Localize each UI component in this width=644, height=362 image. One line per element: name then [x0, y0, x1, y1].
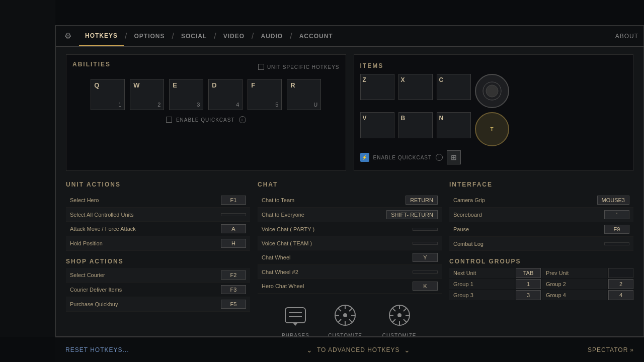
item-slot-empty1[interactable] — [475, 74, 509, 108]
action-row-select-hero: Select Hero F1 — [66, 193, 250, 208]
interface-title: INTERFACE — [449, 181, 633, 188]
ability-key-r: R — [290, 81, 295, 89]
nav-video[interactable]: VIDEO — [217, 26, 251, 46]
key-purchase-quickbuy[interactable]: F5 — [221, 300, 246, 309]
group-row-1-2: Group 1 1 Group 2 2 — [449, 279, 633, 289]
customize-chat-wheels-item[interactable]: CUSTOMIZE CHAT WHEELS — [325, 301, 366, 336]
ability-num-u: U — [313, 102, 317, 108]
label-hero-chat-wheel: Hero Chat Wheel — [262, 283, 304, 289]
ability-slot-5[interactable]: F 5 — [248, 79, 282, 110]
action-row-pause: Pause F9 — [449, 222, 633, 237]
chat-row-to-team: Chat to Team RETURN — [258, 193, 442, 208]
key-pause[interactable]: F9 — [604, 225, 629, 234]
items-row-1: Z X C — [360, 74, 509, 108]
nav-account[interactable]: ACCOUNT — [293, 26, 339, 46]
abilities-title: ABILITIES — [72, 61, 111, 68]
ability-num-4: 4 — [236, 102, 239, 108]
nav-about[interactable]: ABOUT — [615, 33, 638, 40]
svg-line-22 — [392, 308, 395, 311]
abilities-quickcast-info[interactable]: i — [239, 116, 246, 123]
svg-rect-2 — [285, 308, 305, 323]
label-camera-grip: Camera Grip — [453, 197, 485, 203]
key-camera-grip[interactable]: MOUSE3 — [597, 196, 629, 205]
spectator-button[interactable]: SPECTATOR » — [588, 346, 634, 353]
items-quickcast-info[interactable]: i — [436, 154, 443, 161]
nav-audio[interactable]: AUDIO — [255, 26, 289, 46]
item-slot-n[interactable]: N — [437, 112, 471, 138]
content-area: ABILITIES UNIT SPECIFIC HOTKEYS Q 1 W 2 — [56, 47, 643, 336]
nav-social[interactable]: SOCIAL — [175, 26, 213, 46]
group3-key[interactable]: 3 — [516, 290, 541, 300]
items-row-2: V B N T — [360, 112, 509, 146]
group2-key[interactable]: 2 — [608, 279, 633, 289]
group1-key[interactable]: 1 — [516, 279, 541, 289]
group-row-3-4: Group 3 3 Group 4 4 — [449, 290, 633, 300]
ability-slot-3[interactable]: E 3 — [169, 79, 203, 110]
key-select-all[interactable] — [221, 213, 246, 216]
label-chat-wheel-2: Chat Wheel #2 — [262, 269, 298, 275]
items-title: ITEMS — [360, 62, 384, 69]
action-row-select-all: Select All Controlled Units — [66, 208, 250, 222]
item-slot-t[interactable]: T — [475, 112, 509, 146]
unit-specific-hotkeys: UNIT SPECIFIC HOTKEYS — [258, 64, 340, 70]
phrases-icon-item[interactable]: PHRASES — [282, 301, 309, 336]
advanced-hotkeys-button[interactable]: ⌄ TO ADVANCED HOTKEYS ⌄ — [306, 346, 411, 354]
group4-key[interactable]: 4 — [608, 290, 633, 300]
ability-key-w: W — [133, 81, 139, 89]
ability-key-f: F — [251, 81, 255, 89]
item-slot-z[interactable]: Z — [360, 74, 394, 100]
item-key-t: T — [490, 127, 493, 132]
customize-ping-wheel-item[interactable]: CUSTOMIZE PING WHEEL — [381, 301, 418, 336]
abilities-quickcast-label: ENABLE QUICKCAST — [176, 117, 235, 123]
nav-hotkeys[interactable]: HOTKEYS — [79, 26, 124, 46]
key-chat-to-team[interactable]: RETURN — [406, 196, 438, 205]
key-attack-move[interactable]: A — [221, 224, 246, 233]
item-slot-c[interactable]: C — [437, 74, 471, 100]
gear-icon[interactable]: ⚙ — [61, 29, 75, 43]
ability-num-5: 5 — [275, 102, 278, 108]
item-slot-x[interactable]: X — [398, 74, 433, 100]
key-chat-to-everyone[interactable]: SHIFT- RETURN — [386, 210, 438, 219]
items-quickcast-settings[interactable]: ⊞ — [447, 150, 461, 164]
phrases-label: PHRASES — [282, 333, 309, 336]
ability-slot-1[interactable]: Q 1 — [91, 79, 125, 110]
chat-title: CHAT — [258, 181, 442, 188]
key-chat-wheel-2[interactable] — [413, 270, 438, 274]
shop-actions-title: SHOP ACTIONS — [66, 258, 250, 265]
unit-specific-checkbox[interactable] — [258, 64, 264, 70]
chat-row-voice-team: Voice Chat ( TEAM ) — [258, 236, 442, 250]
ability-num-1: 1 — [118, 102, 121, 108]
chat-row-to-everyone: Chat to Everyone SHIFT- RETURN — [258, 208, 442, 222]
key-select-hero[interactable]: F1 — [221, 196, 246, 205]
action-row-hold-position: Hold Position H — [66, 236, 250, 251]
left-panel — [0, 0, 55, 362]
key-hero-chat-wheel[interactable]: K — [413, 282, 438, 291]
ability-slot-4[interactable]: D 4 — [208, 79, 243, 110]
reset-hotkeys-button[interactable]: RESET HOTKEYS... — [65, 346, 129, 353]
key-deliver-items[interactable]: F3 — [221, 285, 246, 294]
item-key-c: C — [439, 76, 444, 83]
main-panel: ⚙ HOTKEYS / OPTIONS / SOCIAL / VIDEO / A… — [55, 25, 644, 337]
key-hold-position[interactable]: H — [221, 239, 246, 248]
item-slot-b[interactable]: B — [398, 112, 433, 138]
key-chat-wheel[interactable]: Y — [413, 253, 438, 262]
key-combat-log[interactable] — [604, 242, 629, 245]
abilities-quickcast-checkbox[interactable] — [166, 117, 172, 123]
ability-slot-2[interactable]: W 2 — [130, 79, 164, 110]
label-attack-move: Attack Move / Force Attack — [70, 226, 136, 232]
item-key-v: V — [363, 115, 367, 122]
prev-unit-key[interactable] — [608, 268, 633, 278]
key-select-courier[interactable]: F2 — [221, 270, 246, 280]
ability-slot-6[interactable]: R U — [287, 79, 321, 110]
svg-line-24 — [404, 308, 407, 311]
item-slot-v[interactable]: V — [360, 112, 394, 138]
game-top-bar — [0, 0, 644, 25]
key-scoreboard[interactable]: ' — [604, 210, 629, 219]
tab-key[interactable]: TAB — [516, 268, 541, 278]
key-voice-team[interactable] — [413, 242, 438, 245]
phrases-icon — [282, 301, 309, 329]
key-voice-party[interactable] — [413, 228, 438, 231]
nav-sep-3: / — [214, 32, 216, 41]
nav-options[interactable]: OPTIONS — [128, 26, 171, 46]
svg-point-17 — [397, 313, 401, 317]
